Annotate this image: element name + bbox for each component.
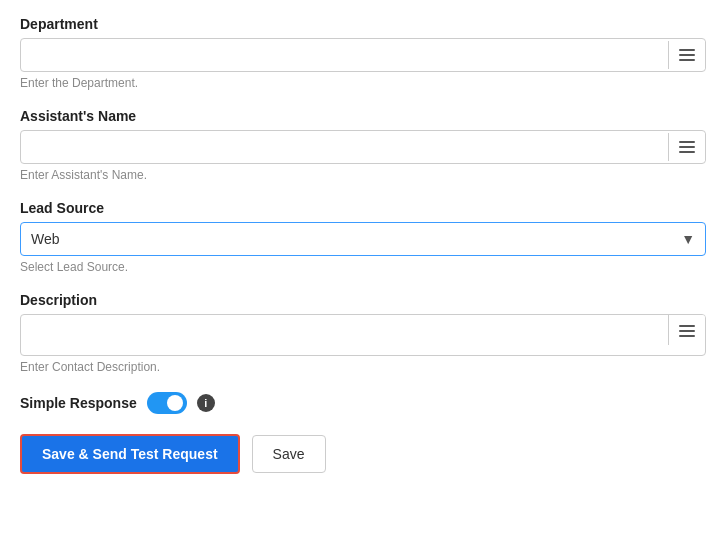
- description-section: Description Enter Contact Description.: [20, 292, 706, 374]
- description-textarea[interactable]: [21, 315, 668, 355]
- lead-source-hint: Select Lead Source.: [20, 260, 706, 274]
- buttons-row: Save & Send Test Request Save: [20, 434, 706, 474]
- simple-response-row: Simple Response i: [20, 392, 706, 414]
- description-menu-icon-btn[interactable]: [668, 315, 705, 345]
- save-button[interactable]: Save: [252, 435, 326, 473]
- description-hint: Enter Contact Description.: [20, 360, 706, 374]
- department-menu-icon-btn[interactable]: [668, 41, 705, 69]
- description-label: Description: [20, 292, 706, 308]
- department-section: Department Enter the Department.: [20, 16, 706, 90]
- assistants-name-hamburger-icon: [679, 141, 695, 153]
- save-send-button[interactable]: Save & Send Test Request: [20, 434, 240, 474]
- department-input-wrapper: [20, 38, 706, 72]
- assistants-name-input[interactable]: [21, 131, 668, 163]
- simple-response-info-icon[interactable]: i: [197, 394, 215, 412]
- department-label: Department: [20, 16, 706, 32]
- assistants-name-section: Assistant's Name Enter Assistant's Name.: [20, 108, 706, 182]
- description-hamburger-icon: [679, 325, 695, 337]
- lead-source-select[interactable]: Web Cold Call Email Referral Other: [21, 223, 705, 255]
- department-input[interactable]: [21, 39, 668, 71]
- simple-response-toggle[interactable]: [147, 392, 187, 414]
- assistants-name-hint: Enter Assistant's Name.: [20, 168, 706, 182]
- description-textarea-wrapper: [20, 314, 706, 356]
- department-hamburger-icon: [679, 49, 695, 61]
- assistants-name-menu-icon-btn[interactable]: [668, 133, 705, 161]
- lead-source-section: Lead Source Web Cold Call Email Referral…: [20, 200, 706, 274]
- lead-source-label: Lead Source: [20, 200, 706, 216]
- assistants-name-input-wrapper: [20, 130, 706, 164]
- lead-source-select-wrapper: Web Cold Call Email Referral Other ▼: [20, 222, 706, 256]
- toggle-slider: [147, 392, 187, 414]
- simple-response-label: Simple Response: [20, 395, 137, 411]
- department-hint: Enter the Department.: [20, 76, 706, 90]
- assistants-name-label: Assistant's Name: [20, 108, 706, 124]
